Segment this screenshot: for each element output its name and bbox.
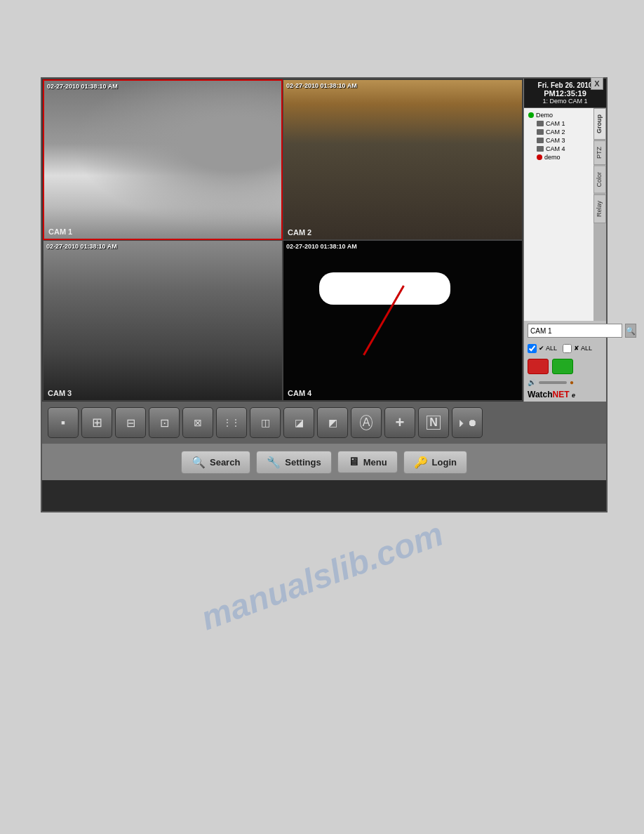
camera-cell-4[interactable]: 02-27-2010 01:38:10 AM CAM 4 [283, 240, 523, 401]
camera-cell-3[interactable]: 02-27-2010 01:38:10 AM CAM 3 [43, 240, 283, 401]
record-start-button[interactable] [552, 359, 573, 374]
camera-tree: Demo CAM 1 CAM 2 CAM 3 [524, 108, 593, 321]
add-camera-button[interactable]: + [384, 407, 415, 438]
search-row: 🔍 [524, 321, 606, 340]
dot-green-icon [528, 112, 534, 118]
auto-layout-button[interactable]: A [351, 407, 382, 438]
cam4-shape [319, 272, 450, 304]
tab-panel: Demo CAM 1 CAM 2 CAM 3 [524, 108, 606, 321]
close-button[interactable]: X [591, 77, 603, 90]
watchnet-logo-area: WatchNET e [524, 388, 606, 402]
tree-demo-label: demo [544, 154, 561, 161]
cam4-feed [283, 241, 522, 400]
vertical-tabs: Group PTZ Color Relay [593, 108, 606, 321]
all-off-button[interactable]: ✘ ALL [563, 344, 592, 353]
record-view-icon: ⏵⏺ [457, 417, 477, 428]
layout-4x4-button[interactable]: ⊡ [149, 407, 180, 438]
record-stop-button[interactable] [528, 359, 549, 374]
cam1-feed [44, 81, 281, 239]
cam-icon [537, 138, 544, 143]
tab-color[interactable]: Color [593, 166, 606, 194]
tree-cam2-label: CAM 2 [546, 128, 565, 135]
content-area: 02-27-2010 01:38:10 AM CAM 1 02-27-2010 … [42, 79, 606, 402]
layout-1x1-icon: ▪ [61, 416, 65, 430]
search-btn-icon: 🔍 [192, 456, 206, 469]
tree-item-demo-root[interactable]: Demo [527, 111, 591, 119]
cam1-timestamp: 02-27-2010 01:38:10 AM [47, 83, 118, 90]
dot-red-icon [537, 154, 542, 160]
cam-icon [537, 129, 544, 135]
right-panel: Fri. Feb 26. 2010 PM12:35:19 1: Demo CAM… [523, 79, 606, 402]
checkbox-row: ✔ ALL ✘ ALL [524, 340, 606, 356]
all-on-button[interactable]: ✔ ALL [528, 344, 557, 353]
next-button[interactable]: N [418, 407, 449, 438]
layout-6x6-button[interactable]: ⋮⋮ [216, 407, 247, 438]
tab-group[interactable]: Group [593, 108, 606, 140]
cam3-feed [43, 241, 282, 400]
layout-2x2-button[interactable]: ⊞ [81, 407, 112, 438]
volume-icon: 🔊 [528, 378, 536, 386]
all-on-label: ✔ ALL [539, 345, 557, 352]
layout-1x1-button[interactable]: ▪ [48, 407, 79, 438]
cam2-timestamp: 02-27-2010 01:38:10 AM [286, 82, 357, 89]
layout-5x5-button[interactable]: ⊠ [182, 407, 213, 438]
login-button[interactable]: 🔑 Login [403, 451, 467, 474]
tree-item-demo[interactable]: demo [535, 153, 591, 161]
tab-relay[interactable]: Relay [593, 194, 606, 223]
layout-custom3-icon: ◩ [328, 417, 337, 428]
camera-search-button[interactable]: 🔍 [625, 324, 636, 338]
layout-3x3-button[interactable]: ⊟ [115, 407, 146, 438]
menu-btn-icon: 🖥 [348, 456, 359, 468]
volume-row: 🔊 ● [524, 377, 606, 388]
camera-grid: 02-27-2010 01:38:10 AM CAM 1 02-27-2010 … [42, 79, 523, 402]
layout-custom1-icon: ◫ [261, 417, 270, 428]
cam3-label: CAM 3 [48, 389, 72, 397]
status-buttons-row [524, 356, 606, 377]
tree-item-cam2[interactable]: CAM 2 [535, 128, 591, 136]
active-camera-name: 1: Demo CAM 1 [528, 98, 602, 105]
camera-cell-2[interactable]: 02-27-2010 01:38:10 AM CAM 2 [283, 79, 523, 240]
current-time: PM12:35:19 [528, 89, 602, 98]
login-btn-label: Login [432, 457, 457, 468]
search-button[interactable]: 🔍 Search [181, 451, 250, 474]
auto-icon: A [360, 415, 373, 430]
tree-root-label: Demo [536, 112, 553, 119]
camera-cell-1[interactable]: 02-27-2010 01:38:10 AM CAM 1 [43, 79, 283, 240]
watermark: manualslib.com [196, 515, 448, 638]
tree-item-cam3[interactable]: CAM 3 [535, 136, 591, 145]
add-icon: + [396, 413, 405, 432]
volume-slider[interactable] [539, 381, 567, 384]
cam1-label: CAM 1 [48, 227, 72, 236]
all-on-checkbox[interactable] [528, 344, 537, 353]
layout-5x5-icon: ⊠ [194, 417, 202, 428]
login-btn-icon: 🔑 [414, 456, 428, 469]
settings-btn-icon: 🔧 [267, 456, 281, 469]
menu-button[interactable]: 🖥 Menu [337, 451, 398, 473]
tree-cam4-label: CAM 4 [546, 145, 565, 152]
layout-custom2-button[interactable]: ◪ [283, 407, 314, 438]
record-view-button[interactable]: ⏵⏺ [452, 407, 483, 438]
layout-custom1-button[interactable]: ◫ [250, 407, 281, 438]
next-icon: N [427, 416, 441, 430]
search-btn-label: Search [210, 457, 240, 468]
layout-4x4-icon: ⊡ [160, 416, 169, 430]
layout-custom3-button[interactable]: ◩ [317, 407, 348, 438]
camera-search-input[interactable] [528, 324, 622, 338]
volume-indicator: ● [570, 378, 574, 386]
tree-item-cam4[interactable]: CAM 4 [535, 145, 591, 153]
cam-icon [537, 146, 544, 152]
all-off-checkbox[interactable] [563, 344, 572, 353]
tree-cam3-label: CAM 3 [546, 137, 565, 144]
layout-3x3-icon: ⊟ [126, 416, 135, 430]
cam2-feed [283, 80, 522, 239]
all-off-label: ✘ ALL [574, 345, 592, 352]
cam3-timestamp: 02-27-2010 01:38:10 AM [46, 243, 117, 250]
watchnet-logo: WatchNET e [528, 390, 575, 399]
main-window: 02-27-2010 01:38:10 AM CAM 1 02-27-2010 … [41, 77, 608, 512]
cam2-label: CAM 2 [288, 228, 311, 237]
cam4-timestamp: 02-27-2010 01:38:10 AM [286, 243, 357, 250]
tree-item-cam1[interactable]: CAM 1 [535, 119, 591, 128]
settings-button[interactable]: 🔧 Settings [256, 451, 331, 474]
tab-ptz[interactable]: PTZ [593, 140, 606, 165]
tree-cam1-label: CAM 1 [546, 120, 565, 127]
